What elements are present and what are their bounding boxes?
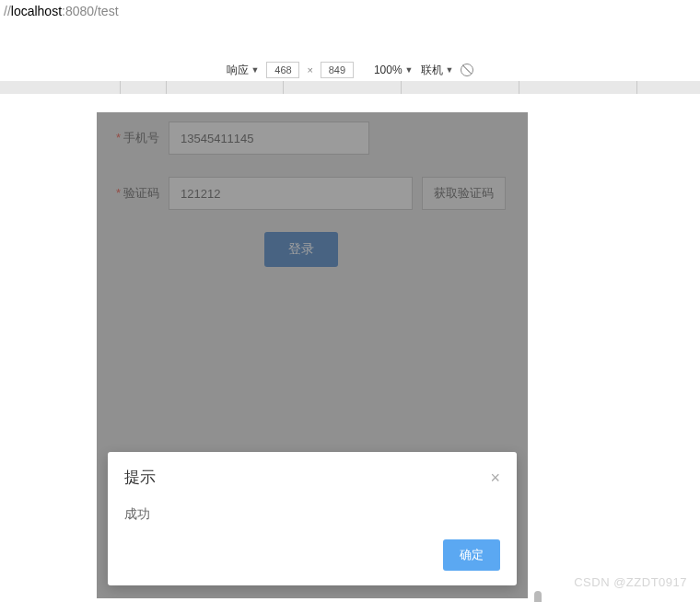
- code-input[interactable]: [169, 177, 413, 210]
- phone-label: *手机号: [97, 130, 159, 146]
- dialog-header: 提示 ×: [108, 452, 517, 493]
- scrollbar-thumb[interactable]: [534, 591, 542, 602]
- url-host: localhost: [11, 4, 62, 18]
- responsive-label: 响应: [227, 63, 249, 78]
- rotate-icon[interactable]: [461, 64, 473, 76]
- url-path: :8080/test: [62, 4, 119, 18]
- login-row: 登录: [97, 232, 506, 267]
- height-input[interactable]: [321, 62, 354, 78]
- zoom-dropdown[interactable]: 100% ▼: [374, 64, 414, 76]
- dialog-footer: 确定: [108, 539, 517, 585]
- network-label: 联机: [421, 63, 443, 78]
- spacer: [0, 22, 700, 59]
- chevron-down-icon: ▼: [446, 65, 454, 75]
- times-icon: ×: [307, 64, 312, 75]
- ok-button[interactable]: 确定: [443, 539, 500, 571]
- phone-row: *手机号: [97, 122, 506, 155]
- responsive-dropdown[interactable]: 响应 ▼: [227, 63, 260, 78]
- login-form: *手机号 *验证码 获取验证码 登录: [97, 112, 528, 267]
- device-viewport: *手机号 *验证码 获取验证码 登录 提示 × 成功 确定: [97, 112, 528, 598]
- get-code-button[interactable]: 获取验证码: [422, 177, 506, 210]
- login-button[interactable]: 登录: [264, 232, 338, 267]
- width-input[interactable]: [266, 62, 299, 78]
- network-dropdown[interactable]: 联机 ▼: [421, 63, 454, 78]
- chevron-down-icon: ▼: [405, 65, 414, 75]
- code-row: *验证码 获取验证码: [97, 177, 506, 210]
- watermark: CSDN @ZZDT0917: [574, 575, 687, 589]
- devtools-toolbar: 响应 ▼ × 100% ▼ 联机 ▼: [0, 59, 700, 81]
- ruler: [0, 81, 700, 94]
- zoom-label: 100%: [374, 64, 402, 76]
- dialog-title: 提示: [124, 467, 156, 488]
- url-bar[interactable]: //localhost:8080/test: [0, 0, 700, 22]
- chevron-down-icon: ▼: [251, 65, 260, 75]
- dialog-message: 成功: [108, 493, 517, 539]
- code-label: *验证码: [97, 185, 159, 202]
- close-icon[interactable]: ×: [490, 469, 500, 486]
- stage: *手机号 *验证码 获取验证码 登录 提示 × 成功 确定 CS: [0, 94, 700, 598]
- url-prefix: //: [4, 4, 11, 18]
- phone-input[interactable]: [169, 122, 369, 155]
- alert-dialog: 提示 × 成功 确定: [108, 452, 517, 585]
